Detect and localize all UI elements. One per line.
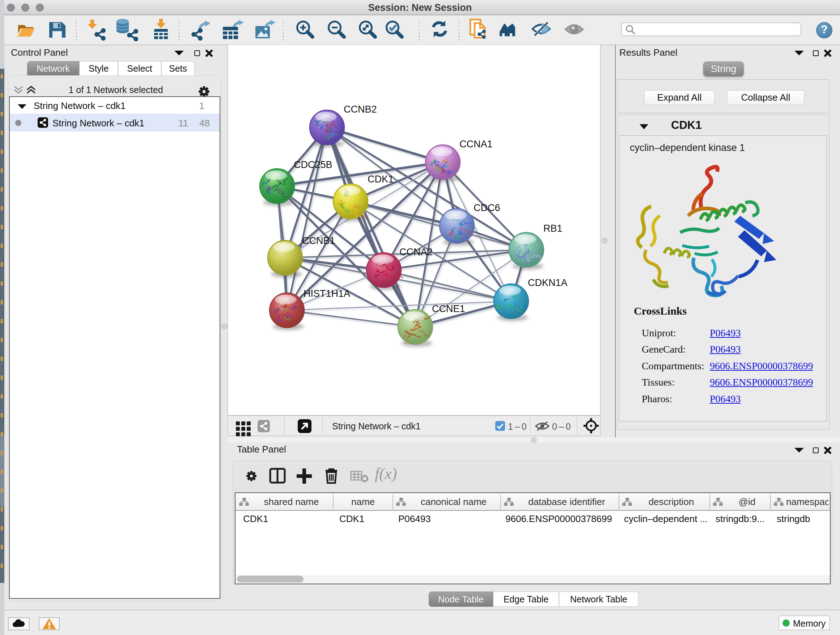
svg-text:CDKN1A: CDKN1A — [528, 277, 568, 288]
svg-text:RB1: RB1 — [543, 223, 562, 234]
svg-text:CDC6: CDC6 — [474, 203, 500, 213]
svg-text:CDK1: CDK1 — [368, 174, 393, 185]
svg-text:CCNA2: CCNA2 — [399, 247, 433, 257]
svg-text:CCNA1: CCNA1 — [459, 139, 493, 149]
svg-text:CCNB2: CCNB2 — [344, 104, 377, 115]
svg-text:CCNE1: CCNE1 — [432, 303, 465, 314]
svg-text:CCNB1: CCNB1 — [302, 235, 335, 246]
svg-text:HIST1H1A: HIST1H1A — [303, 288, 350, 299]
svg-text:CDC25B: CDC25B — [294, 159, 332, 170]
